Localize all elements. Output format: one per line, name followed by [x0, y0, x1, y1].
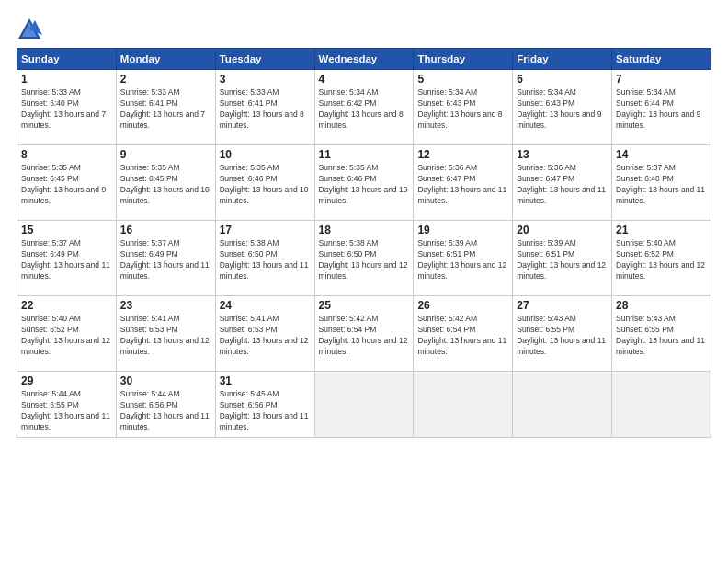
day-number: 1	[21, 73, 112, 86]
day-info: Sunrise: 5:35 AMSunset: 6:46 PMDaylight:…	[220, 163, 311, 207]
day-info: Sunrise: 5:41 AMSunset: 6:53 PMDaylight:…	[120, 314, 211, 358]
day-info: Sunrise: 5:36 AMSunset: 6:47 PMDaylight:…	[417, 163, 508, 207]
week-row-1: 1Sunrise: 5:33 AMSunset: 6:40 PMDaylight…	[17, 70, 711, 145]
day-info: Sunrise: 5:45 AMSunset: 6:56 PMDaylight:…	[220, 389, 311, 433]
day-info: Sunrise: 5:38 AMSunset: 6:50 PMDaylight:…	[220, 238, 311, 282]
day-info: Sunrise: 5:43 AMSunset: 6:55 PMDaylight:…	[616, 314, 707, 358]
day-cell: 31Sunrise: 5:45 AMSunset: 6:56 PMDayligh…	[215, 372, 314, 438]
day-cell: 19Sunrise: 5:39 AMSunset: 6:51 PMDayligh…	[414, 221, 513, 296]
day-cell: 4Sunrise: 5:34 AMSunset: 6:42 PMDaylight…	[314, 70, 414, 145]
day-number: 21	[616, 224, 707, 236]
header-cell-tuesday: Tuesday	[215, 49, 314, 70]
day-number: 14	[616, 148, 707, 161]
day-cell: 9Sunrise: 5:35 AMSunset: 6:45 PMDaylight…	[116, 145, 215, 221]
day-number: 6	[517, 73, 608, 86]
day-number: 29	[21, 374, 112, 387]
day-info: Sunrise: 5:44 AMSunset: 6:56 PMDaylight:…	[120, 389, 211, 433]
header-cell-monday: Monday	[116, 49, 215, 70]
day-cell: 12Sunrise: 5:36 AMSunset: 6:47 PMDayligh…	[414, 145, 513, 221]
day-number: 19	[417, 224, 508, 236]
day-cell: 27Sunrise: 5:43 AMSunset: 6:55 PMDayligh…	[513, 296, 612, 372]
day-cell: 16Sunrise: 5:37 AMSunset: 6:49 PMDayligh…	[116, 221, 215, 296]
day-info: Sunrise: 5:38 AMSunset: 6:50 PMDaylight:…	[319, 238, 410, 282]
day-info: Sunrise: 5:41 AMSunset: 6:53 PMDaylight:…	[220, 314, 311, 358]
day-number: 16	[120, 224, 211, 236]
day-cell	[612, 372, 711, 438]
day-number: 17	[220, 224, 311, 236]
day-cell: 10Sunrise: 5:35 AMSunset: 6:46 PMDayligh…	[215, 145, 314, 221]
day-cell: 20Sunrise: 5:39 AMSunset: 6:51 PMDayligh…	[513, 221, 612, 296]
day-info: Sunrise: 5:33 AMSunset: 6:41 PMDaylight:…	[120, 87, 211, 132]
week-row-3: 15Sunrise: 5:37 AMSunset: 6:49 PMDayligh…	[17, 221, 711, 296]
day-cell: 5Sunrise: 5:34 AMSunset: 6:43 PMDaylight…	[414, 70, 513, 145]
day-number: 23	[120, 299, 211, 312]
day-cell: 8Sunrise: 5:35 AMSunset: 6:45 PMDaylight…	[17, 145, 117, 221]
day-info: Sunrise: 5:40 AMSunset: 6:52 PMDaylight:…	[616, 238, 707, 282]
day-info: Sunrise: 5:35 AMSunset: 6:45 PMDaylight:…	[21, 163, 112, 207]
day-info: Sunrise: 5:34 AMSunset: 6:43 PMDaylight:…	[517, 87, 608, 132]
day-number: 9	[120, 148, 211, 161]
day-cell: 17Sunrise: 5:38 AMSunset: 6:50 PMDayligh…	[215, 221, 314, 296]
day-cell: 11Sunrise: 5:35 AMSunset: 6:46 PMDayligh…	[314, 145, 414, 221]
day-cell: 21Sunrise: 5:40 AMSunset: 6:52 PMDayligh…	[612, 221, 711, 296]
day-info: Sunrise: 5:33 AMSunset: 6:40 PMDaylight:…	[21, 87, 112, 132]
day-cell: 2Sunrise: 5:33 AMSunset: 6:41 PMDaylight…	[116, 70, 215, 145]
day-cell: 30Sunrise: 5:44 AMSunset: 6:56 PMDayligh…	[116, 372, 215, 438]
day-info: Sunrise: 5:39 AMSunset: 6:51 PMDaylight:…	[517, 238, 608, 282]
header-cell-friday: Friday	[513, 49, 612, 70]
day-info: Sunrise: 5:44 AMSunset: 6:55 PMDaylight:…	[21, 389, 112, 433]
day-number: 12	[417, 148, 508, 161]
calendar-table: SundayMondayTuesdayWednesdayThursdayFrid…	[17, 48, 711, 438]
day-info: Sunrise: 5:35 AMSunset: 6:46 PMDaylight:…	[319, 163, 410, 207]
day-info: Sunrise: 5:34 AMSunset: 6:44 PMDaylight:…	[616, 87, 707, 132]
day-info: Sunrise: 5:42 AMSunset: 6:54 PMDaylight:…	[417, 314, 508, 358]
header-row: SundayMondayTuesdayWednesdayThursdayFrid…	[17, 49, 711, 70]
day-cell: 14Sunrise: 5:37 AMSunset: 6:48 PMDayligh…	[612, 145, 711, 221]
day-cell: 23Sunrise: 5:41 AMSunset: 6:53 PMDayligh…	[116, 296, 215, 372]
day-number: 24	[220, 299, 311, 312]
page: SundayMondayTuesdayWednesdayThursdayFrid…	[0, 0, 728, 563]
header-cell-wednesday: Wednesday	[314, 49, 414, 70]
calendar-body: 1Sunrise: 5:33 AMSunset: 6:40 PMDaylight…	[17, 70, 711, 438]
day-info: Sunrise: 5:37 AMSunset: 6:49 PMDaylight:…	[120, 238, 211, 282]
day-info: Sunrise: 5:33 AMSunset: 6:41 PMDaylight:…	[220, 87, 311, 132]
header	[17, 17, 711, 42]
day-info: Sunrise: 5:43 AMSunset: 6:55 PMDaylight:…	[517, 314, 608, 358]
day-info: Sunrise: 5:36 AMSunset: 6:47 PMDaylight:…	[517, 163, 608, 207]
day-number: 25	[319, 299, 410, 312]
day-number: 28	[616, 299, 707, 312]
day-info: Sunrise: 5:40 AMSunset: 6:52 PMDaylight:…	[21, 314, 112, 358]
day-cell: 22Sunrise: 5:40 AMSunset: 6:52 PMDayligh…	[17, 296, 117, 372]
day-number: 26	[417, 299, 508, 312]
day-cell: 15Sunrise: 5:37 AMSunset: 6:49 PMDayligh…	[17, 221, 117, 296]
day-info: Sunrise: 5:37 AMSunset: 6:49 PMDaylight:…	[21, 238, 112, 282]
day-cell: 1Sunrise: 5:33 AMSunset: 6:40 PMDaylight…	[17, 70, 117, 145]
logo-icon	[17, 17, 42, 42]
day-info: Sunrise: 5:42 AMSunset: 6:54 PMDaylight:…	[319, 314, 410, 358]
day-number: 18	[319, 224, 410, 236]
header-cell-sunday: Sunday	[17, 49, 117, 70]
day-number: 15	[21, 224, 112, 236]
day-number: 4	[319, 73, 410, 86]
day-number: 20	[517, 224, 608, 236]
week-row-5: 29Sunrise: 5:44 AMSunset: 6:55 PMDayligh…	[17, 372, 711, 438]
day-number: 5	[417, 73, 508, 86]
calendar-header: SundayMondayTuesdayWednesdayThursdayFrid…	[17, 49, 711, 70]
day-cell: 18Sunrise: 5:38 AMSunset: 6:50 PMDayligh…	[314, 221, 414, 296]
day-number: 30	[120, 374, 211, 387]
day-number: 31	[220, 374, 311, 387]
day-cell: 25Sunrise: 5:42 AMSunset: 6:54 PMDayligh…	[314, 296, 414, 372]
day-cell: 29Sunrise: 5:44 AMSunset: 6:55 PMDayligh…	[17, 372, 117, 438]
day-cell: 28Sunrise: 5:43 AMSunset: 6:55 PMDayligh…	[612, 296, 711, 372]
logo	[17, 17, 46, 42]
day-number: 2	[120, 73, 211, 86]
day-info: Sunrise: 5:34 AMSunset: 6:42 PMDaylight:…	[319, 87, 410, 132]
day-cell: 7Sunrise: 5:34 AMSunset: 6:44 PMDaylight…	[612, 70, 711, 145]
header-cell-saturday: Saturday	[612, 49, 711, 70]
day-cell: 6Sunrise: 5:34 AMSunset: 6:43 PMDaylight…	[513, 70, 612, 145]
day-cell	[314, 372, 414, 438]
day-number: 27	[517, 299, 608, 312]
day-number: 22	[21, 299, 112, 312]
day-info: Sunrise: 5:39 AMSunset: 6:51 PMDaylight:…	[417, 238, 508, 282]
day-cell	[513, 372, 612, 438]
